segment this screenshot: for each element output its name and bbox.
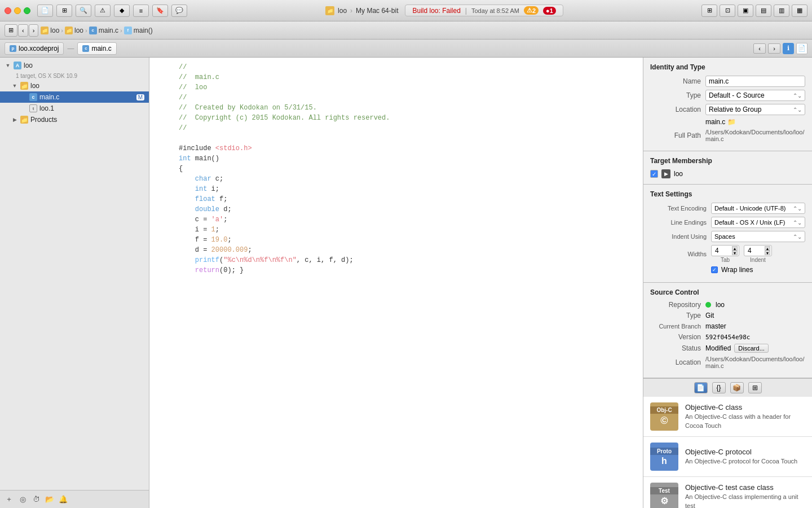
template-items: Obj-C © Objective-C class An Objective-C… <box>643 397 812 508</box>
tab-width-field[interactable]: 4 ▲ ▼ <box>711 245 739 256</box>
filetab-xcodeproj-label: loo.xcodeproj <box>19 45 59 52</box>
template-img-objc-test: Test ⚙ <box>650 483 678 508</box>
tree-item-label: loo <box>24 62 144 69</box>
wrap-checkbox[interactable]: ✓ <box>711 266 718 273</box>
tree-item-loo-root[interactable]: ▼ A loo <box>0 60 149 71</box>
filetab-nav-right[interactable]: › <box>768 43 780 54</box>
warning-badge: ⚠ 2 <box>524 6 539 15</box>
tree-folder-btn[interactable]: 📂 <box>45 495 54 504</box>
lineendings-value: Default - OS X / Unix (LF) <box>714 219 785 226</box>
view-btn-6[interactable]: ▦ <box>792 5 807 17</box>
toolbar-warning-btn[interactable]: ⚠ <box>95 5 111 17</box>
view-btn-3[interactable]: ▣ <box>738 5 753 17</box>
code-line-12: char c; <box>149 174 643 184</box>
nav-grid-btn[interactable]: ⊞ <box>5 24 17 37</box>
toolbar-grid-btn[interactable]: ⊞ <box>56 5 72 17</box>
repo-status-dot <box>705 302 711 308</box>
tab-label: Tab <box>721 257 730 263</box>
toolbar-list-btn[interactable]: ≡ <box>133 5 149 17</box>
toolbar-speech-btn[interactable]: 💬 <box>171 5 187 17</box>
bottom-tab-box[interactable]: 📦 <box>730 382 744 393</box>
tree-item-loo-folder[interactable]: ▼ 📁 loo <box>0 80 149 91</box>
filetabs-bar: p loo.xcodeproj — c main.c ‹ › ℹ 📄 <box>0 40 812 58</box>
tree-item-products[interactable]: ▶ 📁 Products <box>0 114 149 125</box>
breadcrumb-mainfunc[interactable]: f main() <box>124 27 153 34</box>
branch-value: master <box>705 322 726 330</box>
view-btn-5[interactable]: ▥ <box>774 5 789 17</box>
folder-icon2: 📁 <box>65 27 73 34</box>
view-btn-4[interactable]: ▤ <box>756 5 771 17</box>
bottom-tabs: 📄 {} 📦 ⊞ <box>643 378 812 397</box>
breadcrumb-loo1[interactable]: 📁 loo <box>41 27 59 34</box>
breadcrumb-mainc[interactable]: c main.c <box>89 27 118 34</box>
indent-select[interactable]: Spaces ⌃⌄ <box>711 231 805 242</box>
code-line-11: { <box>149 164 643 174</box>
code-line-16: c = 'a'; <box>149 214 643 225</box>
tab-stepper[interactable]: ▲ ▼ <box>732 246 738 255</box>
indent-stepper-down[interactable]: ▼ <box>765 251 770 255</box>
encoding-select[interactable]: Default - Unicode (UTF-8) ⌃⌄ <box>711 203 805 214</box>
modified-badge: M <box>136 94 144 100</box>
location-select[interactable]: Relative to Group ⌃⌄ <box>705 104 805 115</box>
toolbar-bookmark-btn[interactable]: 🔖 <box>152 5 168 17</box>
discard-button[interactable]: Discard... <box>734 344 768 353</box>
tree-history-btn[interactable]: ⏱ <box>32 495 41 504</box>
tree-alert-btn[interactable]: 🔔 <box>59 495 68 504</box>
maximize-button[interactable] <box>24 7 30 14</box>
filename-text: main.c <box>705 118 725 126</box>
template-item-objc-protocol[interactable]: Proto h Objective-C protocol An Objectiv… <box>643 437 812 477</box>
filetab-mainc[interactable]: c main.c <box>77 42 116 55</box>
tree-item-loo1[interactable]: t loo.1 <box>0 103 149 114</box>
tree-filter-btn[interactable]: ◎ <box>18 495 27 504</box>
status-row: Status Modified Discard... <box>650 344 805 353</box>
tab-stepper-down[interactable]: ▼ <box>732 251 738 255</box>
error-badge: ● 1 <box>543 7 556 15</box>
identity-section: Identity and Type Name Type Default - C … <box>643 58 812 151</box>
close-button[interactable] <box>5 7 11 14</box>
breadcrumb-bar: 📁 loo › 📁 loo › c main.c › f main() <box>41 27 807 34</box>
tree-item-mainc[interactable]: c main.c M <box>0 91 149 103</box>
code-content[interactable]: // // main.c // loo // // Created by Kod… <box>149 58 643 508</box>
toolbar-breakpoint-btn[interactable]: ◆ <box>114 5 130 17</box>
view-btn-2[interactable]: ⊡ <box>720 5 735 17</box>
tree-add-btn[interactable]: + <box>5 495 14 504</box>
lineendings-select[interactable]: Default - OS X / Unix (LF) ⌃⌄ <box>711 217 805 228</box>
breadcrumb-loo2[interactable]: 📁 loo <box>65 27 83 34</box>
type-select[interactable]: Default - C Source ⌃⌄ <box>705 90 805 101</box>
bottom-tab-grid[interactable]: ⊞ <box>748 382 762 393</box>
bottom-tab-braces[interactable]: {} <box>712 382 726 393</box>
filetab-xcodeproj[interactable]: p loo.xcodeproj <box>5 42 64 55</box>
repo-row: Repository loo <box>650 301 805 309</box>
view-btn-1[interactable]: ⊞ <box>701 5 717 17</box>
template-item-objc-test[interactable]: Test ⚙ Objective-C test case class An Ob… <box>643 477 812 508</box>
folder-btn[interactable]: 📁 <box>727 118 736 126</box>
toolbar-file-btn[interactable]: 📄 <box>37 5 53 17</box>
minimize-button[interactable] <box>14 7 21 14</box>
bottom-tab-file[interactable]: 📄 <box>694 382 708 393</box>
code-line-8 <box>149 133 643 143</box>
build-time: Today at 8:52 AM <box>471 7 519 14</box>
indent-stepper-up[interactable]: ▲ <box>765 246 770 251</box>
lineendings-arrow: ⌃⌄ <box>793 220 802 226</box>
version-row: Version 592f0454e98c <box>650 333 805 341</box>
location-label: Location <box>650 106 701 113</box>
tree-folder-label: loo <box>30 82 144 90</box>
template-desc-objc-test: An Objective-C class implementing a unit… <box>685 493 805 508</box>
toolbar-search-btn[interactable]: 🔍 <box>76 5 91 17</box>
lineendings-row: Line Endings Default - OS X / Unix (LF) … <box>650 217 805 228</box>
indent-stepper[interactable]: ▲ ▼ <box>765 246 770 255</box>
nav-back-btn[interactable]: ‹ <box>18 24 28 37</box>
indent-width-field[interactable]: 4 ▲ ▼ <box>744 245 772 256</box>
file-icon-right[interactable]: 📄 <box>796 43 807 54</box>
inspector-icon[interactable]: ℹ <box>783 43 794 54</box>
lineendings-label: Line Endings <box>650 219 707 226</box>
filetab-nav-left[interactable]: ‹ <box>753 43 766 54</box>
template-item-objc-class[interactable]: Obj-C © Objective-C class An Objective-C… <box>643 397 812 437</box>
tab-stepper-up[interactable]: ▲ <box>732 246 738 251</box>
name-input[interactable] <box>705 76 805 87</box>
membership-checkbox[interactable]: ✓ <box>650 170 658 178</box>
code-line-13: int i; <box>149 184 643 194</box>
wrap-row: ✓ Wrap lines <box>650 266 805 274</box>
nav-forward-btn[interactable]: › <box>29 24 39 37</box>
tree-mainc-label: main.c <box>39 93 134 101</box>
